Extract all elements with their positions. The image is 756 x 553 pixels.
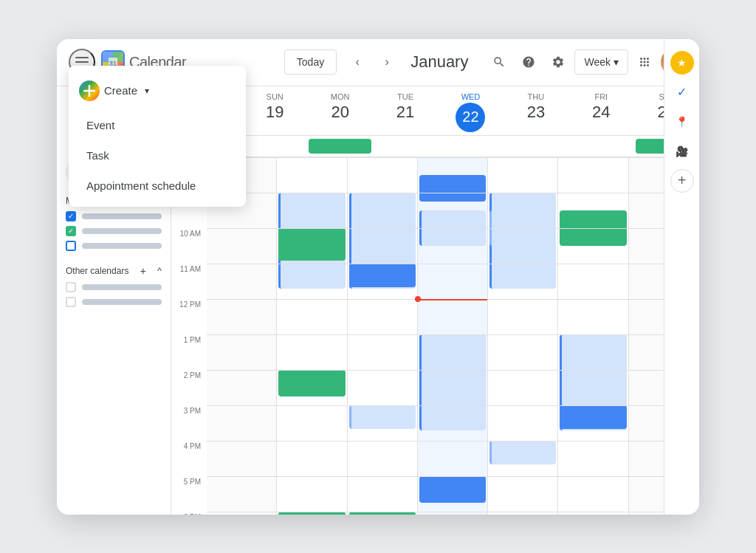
day-header-fri: FRI 24 <box>568 86 633 135</box>
time-10am: 10 AM <box>171 228 207 264</box>
svg-rect-0 <box>75 57 89 58</box>
other-calendar-name-2 <box>82 299 162 305</box>
col-fri[interactable] <box>558 157 628 515</box>
svg-rect-5 <box>113 52 123 62</box>
create-dropdown: Create ▾ Event Task Appointment schedule <box>69 66 246 207</box>
event-tue-3[interactable] <box>349 405 416 429</box>
event-wed-4[interactable] <box>419 476 486 503</box>
other-add-icon[interactable]: + <box>140 265 146 277</box>
svg-rect-4 <box>103 52 113 62</box>
hour-line <box>207 334 699 335</box>
col-mon[interactable] <box>277 157 347 515</box>
allday-cell-sun <box>242 136 307 157</box>
other-calendar-check-2[interactable] <box>66 297 76 307</box>
hour-line <box>207 157 699 158</box>
event-thu-3[interactable] <box>489 441 556 464</box>
allday-cells <box>242 136 699 157</box>
create-plus-icon <box>79 80 100 101</box>
hour-line <box>207 228 699 229</box>
search-button[interactable] <box>486 49 512 75</box>
event-tue-2[interactable] <box>349 264 416 287</box>
other-calendars-section: Other calendars + ^ <box>66 262 162 309</box>
right-icon-add[interactable]: + <box>670 169 694 193</box>
calendar-item-2: ✓ <box>66 224 162 238</box>
other-calendar-item-1 <box>66 280 162 295</box>
time-5pm: 5 PM <box>171 476 207 512</box>
calendar-name-bar-1 <box>82 213 162 219</box>
allday-cell-fri <box>568 136 633 157</box>
allday-cell-mon <box>307 136 372 157</box>
event-wed-3[interactable] <box>419 334 486 430</box>
time-grid: 8 AM 9 AM 10 AM 11 AM 12 PM 1 PM 2 PM 3 … <box>171 157 699 515</box>
right-icon-star[interactable]: ★ <box>670 51 694 75</box>
col-thu[interactable] <box>488 157 558 515</box>
allday-cell-tue <box>373 136 438 157</box>
calendar-item-1: ✓ <box>66 209 162 224</box>
app-window: 31 Calendar Today ‹ › January Week ▾ <box>57 39 699 515</box>
event-mon-2[interactable] <box>278 228 345 261</box>
main-area: Create ▾ Event Task Appointment schedule… <box>57 86 699 515</box>
next-button[interactable]: › <box>375 50 399 74</box>
menu-item-task[interactable]: Task <box>69 140 246 171</box>
other-calendar-check-1[interactable] <box>66 282 76 292</box>
col-wed[interactable] <box>418 157 488 515</box>
calendar-area: SUN 19 MON 20 TUE 21 WED 22 THU 23 <box>171 86 699 515</box>
right-icon-meet[interactable]: 🎥 <box>670 140 694 163</box>
hour-line <box>207 264 699 264</box>
sidebar: Create ▾ Event Task Appointment schedule… <box>57 86 171 515</box>
svg-rect-1 <box>75 61 89 63</box>
other-calendars-chevron[interactable]: ^ <box>157 266 162 276</box>
calendar-item-3 <box>66 238 162 253</box>
day-headers: SUN 19 MON 20 TUE 21 WED 22 THU 23 <box>171 86 699 136</box>
right-icon-maps[interactable]: 📍 <box>670 110 694 134</box>
other-calendars-label: Other calendars + ^ <box>66 262 162 280</box>
allday-cell-wed <box>438 136 503 157</box>
today-button[interactable]: Today <box>284 49 337 75</box>
time-6pm: 6 PM <box>171 512 207 515</box>
col-sun[interactable] <box>207 157 277 515</box>
calendar-check-1[interactable]: ✓ <box>66 211 76 221</box>
settings-button[interactable] <box>545 49 571 75</box>
right-icon-check[interactable]: ✓ <box>670 80 694 104</box>
day-header-tue: TUE 21 <box>373 86 438 135</box>
event-mon-3[interactable] <box>278 370 345 396</box>
time-3pm: 3 PM <box>171 405 207 441</box>
other-calendar-item-2 <box>66 295 162 309</box>
allday-row <box>171 136 699 157</box>
help-button[interactable] <box>515 49 542 75</box>
right-icons-bar: ★ ✓ 📍 🎥 + <box>664 39 699 515</box>
calendar-name-bar-3 <box>82 243 162 249</box>
now-line <box>418 299 487 300</box>
calendar-check-3[interactable] <box>66 241 76 251</box>
menu-item-event[interactable]: Event <box>69 110 246 140</box>
apps-button[interactable] <box>631 49 658 75</box>
hour-line <box>207 405 699 406</box>
hour-line <box>207 193 699 193</box>
create-button[interactable]: Create ▾ <box>69 72 246 110</box>
calendar-name-bar-2 <box>82 228 162 234</box>
grid-columns <box>207 157 699 515</box>
day-header-wed: WED 22 <box>438 86 503 135</box>
time-1pm: 1 PM <box>171 334 207 370</box>
day-header-mon: MON 20 <box>307 86 372 135</box>
hour-line <box>207 476 699 477</box>
calendar-check-2[interactable]: ✓ <box>66 226 76 236</box>
create-label: Create <box>104 84 137 97</box>
month-title: January <box>410 52 468 72</box>
allday-cell-thu <box>504 136 568 157</box>
other-calendar-name-1 <box>82 284 162 290</box>
chevron-down-icon: ▾ <box>614 56 619 68</box>
allday-event-mon[interactable] <box>309 139 371 154</box>
create-chevron: ▾ <box>145 86 149 96</box>
hour-line <box>207 441 699 442</box>
col-tue[interactable] <box>348 157 418 515</box>
menu-item-appointment[interactable]: Appointment schedule <box>69 171 246 201</box>
event-fri-3[interactable] <box>560 405 626 429</box>
time-2pm: 2 PM <box>171 370 207 405</box>
time-labels: 8 AM 9 AM 10 AM 11 AM 12 PM 1 PM 2 PM 3 … <box>171 157 207 515</box>
header-icons: Week ▾ <box>486 49 687 75</box>
view-selector[interactable]: Week ▾ <box>574 49 628 75</box>
time-4pm: 4 PM <box>171 441 207 476</box>
event-wed-1[interactable] <box>419 175 486 202</box>
prev-button[interactable]: ‹ <box>346 50 369 74</box>
